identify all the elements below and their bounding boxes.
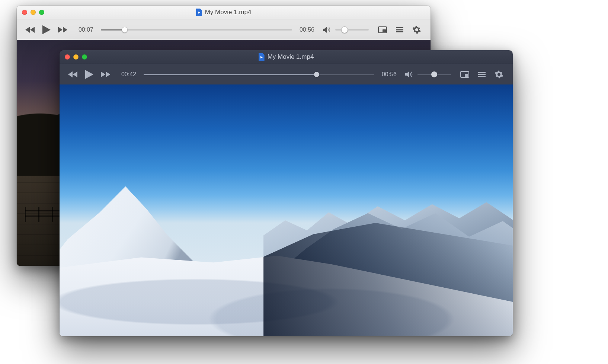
svg-rect-1 <box>383 29 386 32</box>
svg-rect-4 <box>396 31 403 32</box>
zoom-button[interactable] <box>39 10 44 15</box>
window-controls <box>22 10 44 15</box>
player-window-dark: My Movie 1.mp4 00:42 00:5 <box>60 50 513 336</box>
minimize-button[interactable] <box>73 54 79 60</box>
svg-rect-7 <box>478 72 486 73</box>
video-frame <box>60 84 513 336</box>
player-controls: 00:42 00:56 <box>60 64 513 85</box>
svg-rect-8 <box>478 74 486 75</box>
gear-icon <box>413 26 421 34</box>
video-viewport[interactable] <box>60 84 513 336</box>
playlist-icon <box>478 71 486 77</box>
fast-forward-button[interactable] <box>56 23 69 36</box>
seek-progress <box>144 74 317 75</box>
svg-rect-9 <box>478 76 486 77</box>
volume-slider[interactable] <box>417 71 451 78</box>
volume-slider[interactable] <box>335 26 369 33</box>
window-title-text: My Movie 1.mp4 <box>268 53 314 61</box>
svg-rect-2 <box>396 27 403 28</box>
svg-rect-3 <box>396 29 403 31</box>
player-controls: 00:07 00:56 <box>17 19 431 41</box>
picture-in-picture-button[interactable] <box>458 68 471 81</box>
titlebar[interactable]: My Movie 1.mp4 <box>17 6 431 19</box>
rewind-button[interactable] <box>67 68 80 81</box>
fast-forward-icon <box>57 26 68 33</box>
total-time: 00:56 <box>297 26 317 33</box>
window-title-text: My Movie 1.mp4 <box>205 9 252 16</box>
speaker-icon <box>323 26 332 33</box>
fast-forward-button[interactable] <box>99 68 112 81</box>
play-icon <box>84 69 94 80</box>
volume-knob[interactable] <box>341 26 348 33</box>
gear-icon <box>495 70 503 79</box>
picture-in-picture-button[interactable] <box>376 23 389 36</box>
rewind-icon <box>25 26 36 33</box>
elapsed-time: 00:42 <box>119 71 138 78</box>
seek-slider[interactable] <box>144 71 374 78</box>
zoom-button[interactable] <box>82 54 87 60</box>
playlist-button[interactable] <box>393 23 406 36</box>
settings-button[interactable] <box>493 68 505 81</box>
play-icon <box>42 25 51 35</box>
play-button[interactable] <box>82 68 97 81</box>
playlist-icon <box>396 27 404 33</box>
close-button[interactable] <box>22 10 27 15</box>
video-file-icon <box>196 9 202 16</box>
volume-button[interactable] <box>404 68 415 81</box>
speaker-icon <box>405 71 414 78</box>
window-title: My Movie 1.mp4 <box>259 53 314 61</box>
play-button[interactable] <box>39 23 54 36</box>
settings-button[interactable] <box>410 23 423 36</box>
playlist-button[interactable] <box>476 68 488 81</box>
seek-track <box>101 29 292 31</box>
volume-track <box>335 29 369 31</box>
svg-rect-6 <box>465 74 468 77</box>
minimize-button[interactable] <box>31 10 36 15</box>
seek-knob[interactable] <box>122 27 128 33</box>
window-controls <box>65 54 87 60</box>
pip-icon <box>378 26 387 33</box>
seek-progress <box>101 29 125 31</box>
seek-slider[interactable] <box>101 26 292 33</box>
seek-knob[interactable] <box>314 72 319 77</box>
elapsed-time: 00:07 <box>76 26 96 33</box>
window-title: My Movie 1.mp4 <box>196 9 252 16</box>
volume-button[interactable] <box>322 23 332 36</box>
fast-forward-icon <box>100 71 111 78</box>
rewind-icon <box>68 71 79 78</box>
close-button[interactable] <box>65 54 70 60</box>
total-time: 00:56 <box>380 71 399 78</box>
titlebar[interactable]: My Movie 1.mp4 <box>60 50 513 64</box>
rewind-button[interactable] <box>24 23 37 36</box>
pip-icon <box>460 71 469 78</box>
video-file-icon <box>259 53 265 61</box>
volume-knob[interactable] <box>431 71 437 77</box>
